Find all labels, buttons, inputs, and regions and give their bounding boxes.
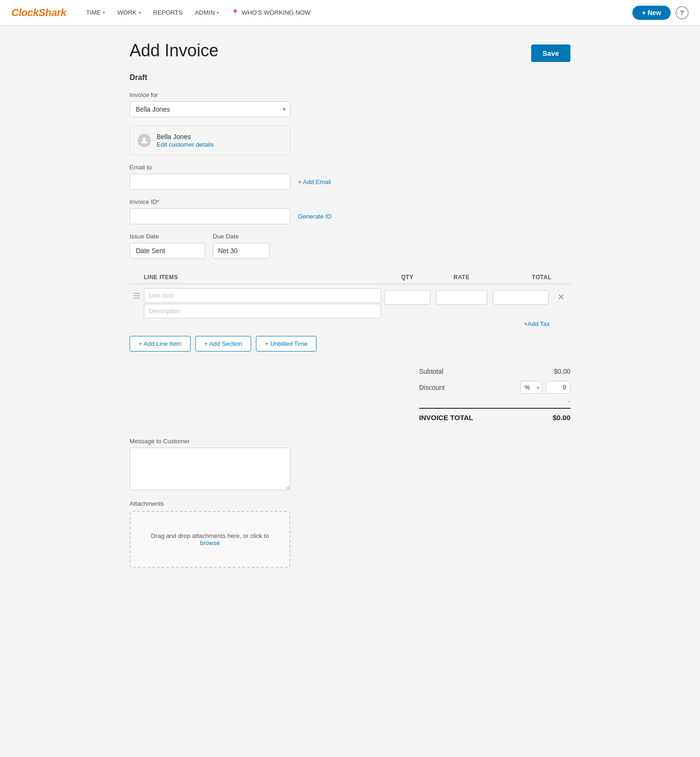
bottom-form: Message to Customer Attachments Drag and… [130, 438, 570, 568]
line-item-inputs [144, 288, 381, 318]
email-to-group: Email to + Add Email [130, 164, 570, 190]
discount-type-select-wrapper: % $ ▾ [520, 381, 542, 394]
invoice-total-row: INVOICE TOTAL $0.00 [419, 408, 570, 424]
add-tax-link[interactable]: +Add Tax [524, 320, 550, 327]
due-date-select[interactable]: Net 30 Net 15 Net 60 Due on Receipt [213, 243, 270, 259]
chevron-down-icon: ▾ [139, 10, 141, 15]
totals-table: Subtotal $0.00 Discount % $ ▾ - [419, 365, 570, 424]
line-item-description-input[interactable] [144, 304, 381, 318]
add-buttons-row: + Add Line Item + Add Section + Unbilled… [130, 336, 570, 352]
drag-handle[interactable] [130, 288, 144, 299]
page-title: Add Invoice [130, 41, 219, 61]
totals-section: Subtotal $0.00 Discount % $ ▾ - [130, 365, 570, 424]
svg-point-0 [143, 138, 146, 141]
subtotal-label: Subtotal [419, 368, 443, 375]
drop-zone[interactable]: Drag and drop attachments here, or click… [130, 511, 290, 568]
add-line-item-button[interactable]: + Add Line Item [130, 336, 191, 352]
avatar [138, 134, 151, 147]
main-content: Add Invoice Save Draft Invoice for Bella… [118, 26, 582, 606]
discount-row: Discount % $ ▾ [419, 378, 570, 396]
line-item-rate-cell [433, 288, 490, 307]
invoice-for-group: Invoice for Bella Jones ▾ [130, 91, 570, 117]
email-to-input[interactable] [130, 174, 290, 190]
nav-reports[interactable]: REPORTS [149, 6, 188, 19]
invoice-for-select-wrapper: Bella Jones ▾ [130, 101, 290, 117]
required-marker: * [157, 198, 159, 205]
chevron-down-icon: ▾ [103, 10, 105, 15]
add-section-button[interactable]: + Add Section [195, 336, 252, 352]
brand-logo[interactable]: ClockShark [11, 7, 66, 19]
customer-card: Bella Jones Edit customer details [130, 126, 290, 155]
message-textarea[interactable] [130, 448, 290, 490]
invoice-for-select[interactable]: Bella Jones [130, 101, 290, 117]
due-date-field: Due Date Net 30 Net 15 Net 60 Due on Rec… [213, 233, 270, 259]
issue-date-input[interactable] [130, 243, 205, 259]
due-date-label: Due Date [213, 233, 270, 240]
line-item-total-input[interactable] [493, 290, 549, 305]
issue-date-label: Issue Date [130, 233, 205, 240]
pin-icon: 📍 [231, 9, 239, 16]
drop-text: Drag and drop attachments here, or click… [151, 532, 269, 539]
nav-admin[interactable]: ADMIN ▾ [190, 6, 224, 19]
brand-name-clock: Clock [11, 7, 38, 18]
nav-work[interactable]: WORK ▾ [113, 6, 145, 19]
nav-who-working[interactable]: 📍 WHO'S WORKING NOW [227, 6, 315, 19]
col-total-label: TOTAL [490, 274, 551, 281]
new-button[interactable]: + New [632, 6, 671, 20]
discount-type-select[interactable]: % $ [520, 381, 542, 394]
invoice-id-label: Invoice ID* [130, 198, 570, 205]
add-unbilled-time-button[interactable]: + Unbilled Time [256, 336, 316, 352]
invoice-total-label: INVOICE TOTAL [419, 414, 473, 422]
navbar: ClockShark TIME ▾ WORK ▾ REPORTS ADMIN ▾… [0, 0, 700, 26]
line-item-row: ✕ [130, 288, 570, 318]
status-label: Draft [130, 73, 570, 82]
attachments-label: Attachments [130, 500, 570, 507]
col-line-items-label: LINE ITEMS [144, 274, 381, 281]
discount-amount-input[interactable] [546, 381, 570, 394]
message-label: Message to Customer [130, 438, 570, 445]
subtotal-value: $0.00 [554, 368, 570, 375]
subtotal-row: Subtotal $0.00 [419, 365, 570, 378]
chevron-down-icon: ▾ [217, 10, 219, 15]
nav-time[interactable]: TIME ▾ [81, 6, 110, 19]
line-item-qty-input[interactable] [384, 290, 430, 305]
issue-date-field: Issue Date [130, 233, 205, 259]
invoice-id-group: Invoice ID* Generate ID [130, 198, 570, 224]
line-item-name-input[interactable] [144, 288, 381, 303]
help-icon[interactable]: ? [675, 6, 689, 19]
invoice-id-row: Generate ID [130, 208, 570, 224]
edit-customer-link[interactable]: Edit customer details [157, 141, 214, 148]
email-to-row: + Add Email [130, 174, 570, 190]
nav-links: TIME ▾ WORK ▾ REPORTS ADMIN ▾ 📍 WHO'S WO… [81, 6, 632, 19]
discount-result: - [419, 396, 570, 406]
nav-actions: + New ? [632, 6, 689, 20]
browse-link[interactable]: browse [200, 539, 220, 546]
discount-controls: % $ ▾ [520, 381, 570, 394]
remove-line-item-button[interactable]: ✕ [555, 291, 568, 303]
email-to-label: Email to [130, 164, 570, 171]
col-rate-label: RATE [433, 274, 490, 281]
col-qty-label: QTY [381, 274, 433, 281]
line-item-remove-cell: ✕ [551, 288, 570, 303]
invoice-for-label: Invoice for [130, 91, 570, 98]
add-tax-row: +Add Tax [130, 320, 570, 327]
line-items-section: LINE ITEMS QTY RATE TOTAL [130, 270, 570, 327]
customer-info: Bella Jones Edit customer details [157, 133, 214, 148]
customer-name: Bella Jones [157, 133, 214, 141]
page-header: Add Invoice Save [130, 41, 570, 62]
line-items-header: LINE ITEMS QTY RATE TOTAL [130, 270, 570, 284]
save-button[interactable]: Save [531, 44, 570, 62]
line-item-rate-input[interactable] [436, 290, 487, 305]
generate-id-link[interactable]: Generate ID [298, 213, 332, 220]
invoice-id-input[interactable] [130, 208, 290, 224]
line-item-total-cell [490, 288, 551, 307]
brand-name-shark: Shark [38, 7, 66, 18]
discount-label: Discount [419, 384, 445, 391]
date-row: Issue Date Due Date Net 30 Net 15 Net 60… [130, 233, 570, 259]
add-email-link[interactable]: + Add Email [298, 178, 331, 185]
invoice-total-value: $0.00 [552, 414, 570, 422]
line-item-qty-cell [381, 288, 433, 307]
